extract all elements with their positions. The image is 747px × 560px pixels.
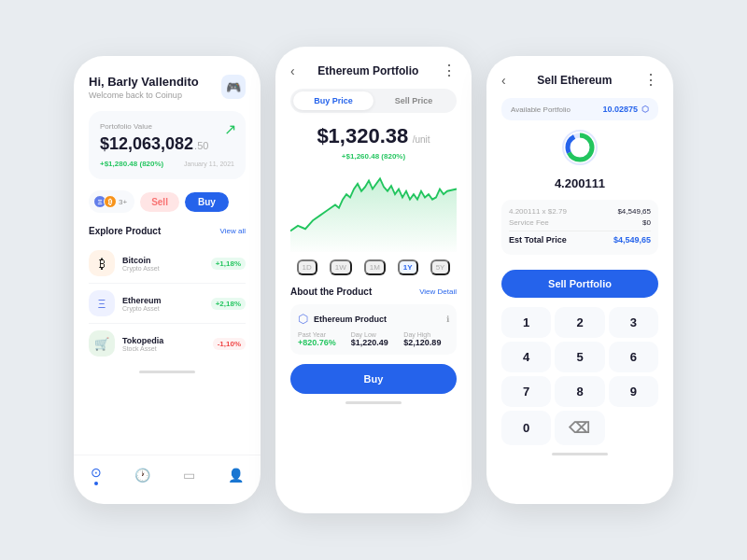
time-1d[interactable]: 1D (297, 259, 317, 275)
stat-past-year: Past Year +820.76% (298, 331, 344, 347)
tokopedia-name: Tokopedia (122, 336, 205, 345)
time-1y[interactable]: 1Y (398, 259, 418, 275)
time-1w[interactable]: 1W (330, 259, 352, 275)
time-1m[interactable]: 1M (364, 259, 386, 275)
sell-button[interactable]: Sell (140, 192, 179, 212)
crypto-icons: Ξ ₿ 3+ (89, 190, 134, 213)
service-fee-row: Service Fee $0 (509, 218, 651, 227)
buy-button[interactable]: Buy (185, 192, 229, 212)
card3-back-button[interactable]: ‹ (501, 73, 506, 88)
num-key-9[interactable]: 9 (609, 376, 658, 407)
count-badge: 3+ (119, 198, 127, 206)
stats-row: Past Year +820.76% Day Low $1,220.49 Day… (298, 331, 449, 347)
bitcoin-type: Crypto Asset (122, 265, 204, 272)
stat-day-low: Day Low $1,220.49 (351, 331, 397, 347)
amount-value: 4.200111 (501, 176, 658, 190)
view-detail-link[interactable]: View Detail (419, 287, 457, 296)
asset-item-ethereum[interactable]: Ξ Ethereum Crypto Asset +2,18% (89, 284, 246, 324)
sell-portfolio-button[interactable]: Sell Portfolio (501, 270, 658, 298)
nav-profile[interactable]: 👤 (228, 468, 244, 483)
portfolio-cents: .50 (194, 140, 208, 151)
portfolio-box: Portofolio Value $12,063,082 .50 +$1,280… (89, 111, 246, 179)
tokopedia-icon: 🛒 (89, 330, 115, 357)
home-bar (139, 371, 195, 373)
total-price-row: Est Total Price $4,549,65 (509, 231, 651, 245)
more-button[interactable]: ⋮ (442, 62, 457, 79)
card1-header: Hi, Barly Vallendito Welcome back to Coi… (89, 75, 246, 100)
about-title: About the Product (290, 287, 372, 297)
nav-clock[interactable]: 🕐 (134, 468, 150, 483)
calc-line-row: 4.200111 x $2.79 $4,549,65 (509, 207, 651, 216)
nav-card[interactable]: ▭ (183, 468, 195, 483)
pie-chart-icon (564, 132, 596, 163)
num-key-8[interactable]: 8 (555, 376, 604, 407)
ethereum-type: Crypto Asset (122, 305, 204, 312)
about-header: About the Product View Detail (290, 287, 457, 297)
asset-list: ₿ Bitcoin Crypto Asset +1,18% Ξ Ethereum… (89, 244, 246, 363)
home-bar-2 (345, 401, 402, 404)
product-name: Ethereum Product (314, 315, 387, 324)
day-high-value: $2,120.89 (403, 338, 449, 347)
asset-item-bitcoin[interactable]: ₿ Bitcoin Crypto Asset +1,18% (89, 244, 246, 284)
clock-icon: 🕐 (134, 468, 150, 483)
time-5y[interactable]: 5Y (430, 259, 451, 275)
portfolio-main-value: $12,063,082 (100, 134, 193, 154)
tab-sell-price[interactable]: Sell Price (374, 91, 454, 110)
past-year-value: +820.76% (298, 338, 344, 347)
avatar[interactable]: 🎮 (221, 75, 246, 99)
action-row: Ξ ₿ 3+ Sell Buy (89, 190, 246, 213)
day-low-value: $1,220.49 (351, 338, 397, 347)
num-key-2[interactable]: 2 (555, 307, 604, 338)
eth-avail-icon: ⬡ (641, 105, 649, 114)
portfolio-stats: +$1,280.48 (820%) January 11, 2021 (100, 160, 234, 168)
view-all-link[interactable]: View all (220, 227, 246, 235)
service-fee-label: Service Fee (509, 218, 549, 227)
bitcoin-name: Bitcoin (122, 256, 204, 265)
num-key-0[interactable]: 0 (501, 411, 551, 445)
num-key-1[interactable]: 1 (501, 307, 551, 338)
main-price: $1,320.38 (317, 124, 408, 147)
back-button[interactable]: ‹ (290, 63, 295, 78)
up-arrow-icon: ↗ (224, 120, 236, 138)
explore-title: Explore Product (89, 226, 161, 236)
num-key-6[interactable]: 6 (609, 342, 658, 372)
ethereum-name: Ethereum (122, 296, 204, 305)
available-portfolio-row: Available Portfolio 10.02875 ⬡ (501, 98, 658, 120)
total-label: Est Total Price (509, 235, 567, 245)
greeting-block: Hi, Barly Vallendito Welcome back to Coi… (89, 75, 199, 100)
tab-buy-price[interactable]: Buy Price (293, 91, 374, 110)
card2-header: ‹ Ethereum Portfolio ⋮ (290, 62, 457, 79)
card2-ethereum-portfolio: ‹ Ethereum Portfolio ⋮ Buy Price Sell Pr… (275, 47, 472, 513)
nav-home[interactable]: ⊙ (91, 465, 102, 485)
bitcoin-info: Bitcoin Crypto Asset (122, 256, 204, 272)
card3-title: Sell Ethereum (537, 74, 612, 87)
num-key-del[interactable]: ⌫ (555, 411, 604, 445)
buy-full-button[interactable]: Buy (290, 364, 457, 394)
day-low-label: Day Low (351, 331, 397, 338)
portfolio-change: +$1,280.48 (820%) (100, 160, 163, 168)
card1-portfolio: Hi, Barly Vallendito Welcome back to Coi… (74, 56, 261, 504)
num-key-3[interactable]: 3 (609, 307, 658, 338)
ethereum-info: Ethereum Crypto Asset (122, 296, 204, 312)
num-key-4[interactable]: 4 (501, 342, 551, 372)
card3-more-button[interactable]: ⋮ (643, 71, 658, 89)
chart-svg (290, 168, 457, 252)
avail-value: 10.02875 ⬡ (602, 105, 649, 114)
product-row: ⬡ Ethereum Product ℹ (298, 312, 449, 326)
btc-icon: ₿ (104, 195, 117, 208)
calc-amount: $4,549,65 (617, 207, 651, 216)
home-bar-3 (552, 453, 608, 455)
num-key-7[interactable]: 7 (501, 376, 551, 407)
greeting-name: Hi, Barly Vallendito (89, 75, 199, 89)
card3-sell-ethereum: ‹ Sell Ethereum ⋮ Available Portfolio 10… (486, 56, 673, 504)
service-fee-value: $0 (642, 218, 651, 227)
time-selector: 1D 1W 1M 1Y 5Y (290, 259, 457, 275)
calc-box: 4.200111 x $2.79 $4,549,65 Service Fee $… (501, 200, 658, 255)
avail-amount: 10.02875 (602, 105, 638, 114)
price-unit: /unit (413, 134, 430, 145)
bottom-nav: ⊙ 🕐 ▭ 👤 (74, 455, 261, 489)
card-icon: ▭ (183, 468, 195, 483)
num-key-5[interactable]: 5 (555, 342, 604, 372)
asset-item-tokopedia[interactable]: 🛒 Tokopedia Stock Asset -1,10% (89, 324, 246, 363)
ethereum-change: +2,18% (211, 298, 246, 310)
